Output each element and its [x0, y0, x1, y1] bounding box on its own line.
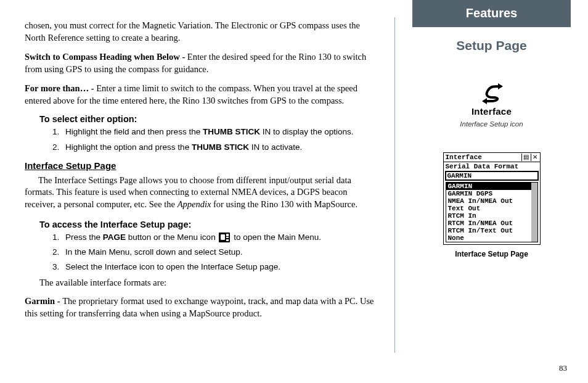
step-3: Select the Interface icon to open the In… — [62, 262, 376, 273]
device-titlebar: Interface ▤ ✕ — [444, 153, 540, 162]
paragraph-switch-heading: Switch to Compass Heading when Below - E… — [25, 51, 376, 75]
device-option-list: GARMIN GARMIN DGPS NMEA In/NMEA Out Text… — [446, 182, 538, 242]
device-menu-icon: ▤ — [521, 154, 530, 161]
paragraph-garmin-format: Garmin - The proprietary format used to … — [25, 295, 376, 319]
select-option-steps: Highlight the field and then press the T… — [62, 126, 376, 152]
step-1: Highlight the field and then press the T… — [62, 126, 376, 138]
bold-lead: Garmin - — [25, 296, 62, 306]
svg-marker-1 — [482, 98, 487, 104]
device-selected-value: GARMIN — [445, 171, 539, 181]
device-option: RTCM In/NMEA Out — [446, 220, 531, 227]
interface-icon-label: Interface — [412, 106, 571, 117]
device-option: RTCM In — [446, 212, 531, 220]
step-2: In the Main Menu, scroll down and select… — [62, 247, 376, 258]
device-option: GARMIN DGPS — [446, 190, 531, 197]
step-1: Press the PAGE button or the Menu icon t… — [62, 232, 376, 243]
features-header: Features — [412, 0, 571, 27]
device-option-inner: GARMIN GARMIN DGPS NMEA In/NMEA Out Text… — [446, 183, 537, 242]
device-screenshot: Interface ▤ ✕ Serial Data Format GARMIN … — [443, 152, 541, 245]
device-title-text: Interface — [444, 153, 521, 162]
device-option: Text Out — [446, 205, 531, 212]
device-caption: Interface Setup Page — [412, 250, 571, 258]
document-page: chosen, you must correct for the Magneti… — [0, 0, 588, 383]
device-option: None — [446, 234, 531, 242]
paragraph-interface-desc: The Interface Settings Page allows you t… — [25, 175, 376, 211]
svg-marker-0 — [498, 83, 503, 89]
device-subtitle: Serial Data Format — [444, 162, 540, 171]
access-steps: Press the PAGE button or the Menu icon t… — [62, 232, 376, 273]
bold-lead: Switch to Compass Heading when Below - — [25, 52, 187, 62]
interface-icon-block: Interface — [412, 83, 571, 117]
device-close-icon: ✕ — [531, 154, 539, 161]
main-text-column: chosen, you must correct for the Magneti… — [0, 0, 394, 383]
device-option: NMEA In/NMEA Out — [446, 197, 531, 205]
setup-page-title: Setup Page — [412, 38, 571, 53]
device-title-controls: ▤ ✕ — [521, 154, 540, 161]
device-option: GARMIN — [446, 183, 531, 190]
paragraph-for-more-than: For more than… - Enter a time limit to s… — [25, 83, 376, 107]
menu-icon — [219, 233, 230, 242]
sidebar-column: Features Setup Page Interface Interface … — [395, 0, 588, 383]
interface-s-arrow-icon — [476, 83, 508, 107]
step-2: Highlight the option and press the THUMB… — [62, 142, 376, 153]
heading-interface-setup-page: Interface Setup Page — [25, 160, 376, 171]
page-number: 83 — [559, 363, 567, 373]
heading-access-interface: To access the Interface Setup page: — [39, 220, 376, 229]
interface-icon-caption: Interface Setup icon — [412, 120, 571, 128]
bold-lead: For more than… - — [25, 83, 96, 93]
paragraph-compass-chosen: chosen, you must correct for the Magneti… — [25, 20, 376, 44]
available-formats-intro: The available interface formats are: — [39, 278, 376, 288]
heading-select-option: To select either option: — [39, 114, 376, 124]
device-option: RTCM In/Text Out — [446, 227, 531, 234]
